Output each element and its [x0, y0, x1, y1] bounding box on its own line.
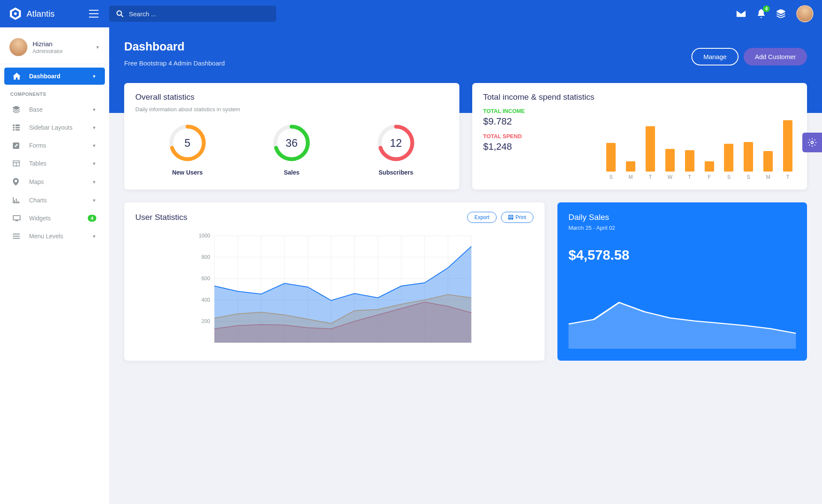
svg-text:1000: 1000	[199, 233, 210, 239]
export-button[interactable]: Export	[467, 212, 497, 223]
print-icon	[508, 215, 513, 220]
bar-column: S	[721, 144, 737, 180]
bar-column: M	[622, 161, 639, 180]
chevron-down-icon: ▼	[92, 198, 96, 203]
daily-sales-chart	[569, 272, 796, 349]
nav-label: Dashboard	[29, 73, 60, 80]
nav-maps[interactable]: Maps ▼	[4, 173, 105, 191]
map-pin-icon	[13, 178, 23, 186]
chevron-down-icon: ▼	[92, 125, 96, 130]
svg-rect-18	[13, 216, 20, 220]
nav-widgets[interactable]: Widgets 4	[4, 210, 105, 227]
card-subtitle: Daily information about statistics in sy…	[135, 106, 448, 113]
stat-circle: 36 Sales	[272, 124, 311, 176]
settings-fab[interactable]	[802, 133, 822, 152]
nav-label: Maps	[29, 178, 44, 185]
svg-point-0	[14, 12, 17, 15]
svg-rect-4	[15, 125, 20, 126]
nav-forms[interactable]: Forms ▼	[4, 137, 105, 154]
gear-icon	[807, 138, 817, 147]
menu-toggle-icon[interactable]	[89, 10, 98, 18]
svg-text:600: 600	[202, 276, 210, 282]
card-title: Daily Sales	[569, 213, 796, 222]
stat-circle: 5 New Users	[168, 124, 207, 176]
sidebar: Hizrian Administrator ▼ Dashboard ▼ COMP…	[0, 27, 109, 504]
grid-icon	[13, 125, 23, 130]
nav-dashboard[interactable]: Dashboard ▼	[4, 68, 105, 85]
chevron-down-icon: ▼	[92, 180, 96, 184]
nav-charts[interactable]: Charts ▼	[4, 192, 105, 209]
nav-label: Sidebar Layouts	[29, 124, 72, 131]
user-statistics-card: User Statistics Export Print 20040060080…	[124, 202, 545, 361]
svg-point-1	[117, 11, 122, 15]
spend-label: TOTAL SPEND	[483, 133, 595, 139]
chevron-down-icon: ▼	[95, 45, 100, 50]
nav-label: Widgets	[29, 215, 51, 222]
svg-rect-6	[15, 127, 20, 128]
nav-tables[interactable]: Tables ▼	[4, 155, 105, 172]
chevron-down-icon: ▼	[92, 161, 96, 166]
bar-column: T	[780, 120, 796, 180]
svg-text:400: 400	[202, 297, 210, 303]
svg-rect-8	[15, 129, 20, 130]
layers-icon[interactable]	[777, 9, 785, 18]
bar-column: M	[760, 151, 776, 180]
search-input[interactable]	[129, 10, 269, 18]
bars-icon	[13, 234, 23, 239]
stat-circle: 12 Subscribers	[377, 124, 415, 176]
notification-badge: 4	[763, 6, 770, 12]
income-spend-card: Total income & spend statistics TOTAL IN…	[472, 83, 807, 190]
chevron-down-icon: ▼	[92, 234, 96, 239]
svg-line-2	[121, 15, 123, 17]
page-subtitle: Free Bootstrap 4 Admin Dashboard	[124, 59, 225, 67]
nav-sidebar-layouts[interactable]: Sidebar Layouts ▼	[4, 119, 105, 136]
user-avatar-icon	[9, 38, 27, 56]
spend-value: $1,248	[483, 141, 595, 152]
search-box[interactable]	[109, 6, 276, 22]
nav-label: Tables	[29, 160, 46, 167]
nav-base[interactable]: Base ▼	[4, 101, 105, 118]
manage-button[interactable]: Manage	[691, 48, 739, 65]
chevron-down-icon: ▼	[92, 74, 96, 79]
topbar-actions: 4	[736, 5, 813, 22]
daily-sales-value: $4,578.58	[569, 247, 796, 263]
svg-rect-3	[13, 125, 15, 126]
card-title: User Statistics	[135, 213, 187, 222]
nav-badge: 4	[88, 215, 96, 222]
logo-icon	[9, 7, 22, 21]
income-value: $9.782	[483, 116, 595, 127]
card-subtitle: March 25 - April 02	[569, 225, 796, 231]
income-bar-chart: SMTWTFSSMT	[603, 127, 796, 180]
income-label: TOTAL INCOME	[483, 108, 595, 114]
chevron-down-icon: ▼	[92, 143, 96, 148]
notifications-icon[interactable]: 4	[757, 9, 765, 18]
bar-column: T	[682, 150, 698, 180]
nav-label: Forms	[29, 142, 46, 149]
svg-rect-5	[13, 127, 15, 128]
brand-name: Atlantis	[27, 9, 55, 19]
svg-rect-7	[13, 129, 15, 130]
sidebar-user[interactable]: Hizrian Administrator ▼	[0, 34, 109, 64]
user-name: Hizrian	[33, 40, 63, 47]
logo-area[interactable]: Atlantis	[9, 7, 109, 21]
bar-column: F	[701, 161, 718, 180]
bar-column: S	[603, 143, 619, 180]
search-icon	[116, 10, 124, 18]
messages-icon[interactable]	[736, 10, 746, 17]
user-avatar-top[interactable]	[796, 5, 813, 22]
desktop-icon	[13, 215, 23, 221]
add-customer-button[interactable]: Add Customer	[744, 48, 807, 65]
nav-menu-levels[interactable]: Menu Levels ▼	[4, 228, 105, 245]
bar-column: S	[740, 142, 756, 180]
print-button[interactable]: Print	[501, 212, 533, 223]
chevron-down-icon: ▼	[92, 107, 96, 112]
svg-point-54	[811, 141, 813, 144]
daily-sales-card: Daily Sales March 25 - April 02 $4,578.5…	[557, 202, 807, 361]
card-title: Overall statistics	[135, 92, 448, 102]
svg-text:800: 800	[202, 254, 210, 260]
topbar: Atlantis 4	[0, 0, 822, 27]
home-icon	[13, 73, 23, 80]
layers-icon	[13, 106, 23, 113]
nav-section-label: COMPONENTS	[0, 86, 109, 100]
user-stats-area-chart: 2004006008001000	[135, 231, 533, 351]
